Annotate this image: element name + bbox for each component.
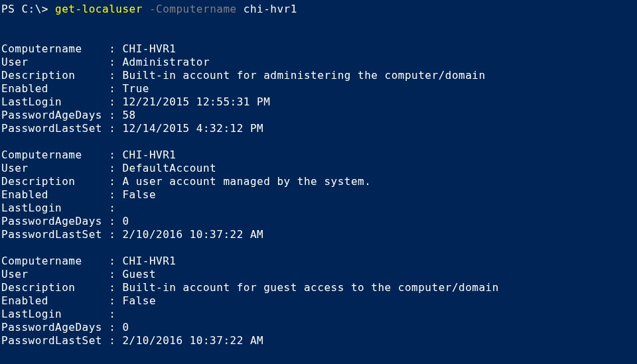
output-block: Computername : CHI-HVR1 User : Administr… (1, 29, 636, 347)
cmd-argument: chi-hvr1 (244, 3, 297, 15)
space (143, 3, 149, 15)
prompt-prefix: PS C:\> (1, 3, 55, 15)
space (237, 3, 244, 15)
cmd-parameter: -Computername (149, 3, 237, 15)
cmdlet-name: get-localuser (55, 3, 143, 15)
powershell-console[interactable]: PS C:\> get-localuser -Computername chi-… (0, 0, 637, 350)
